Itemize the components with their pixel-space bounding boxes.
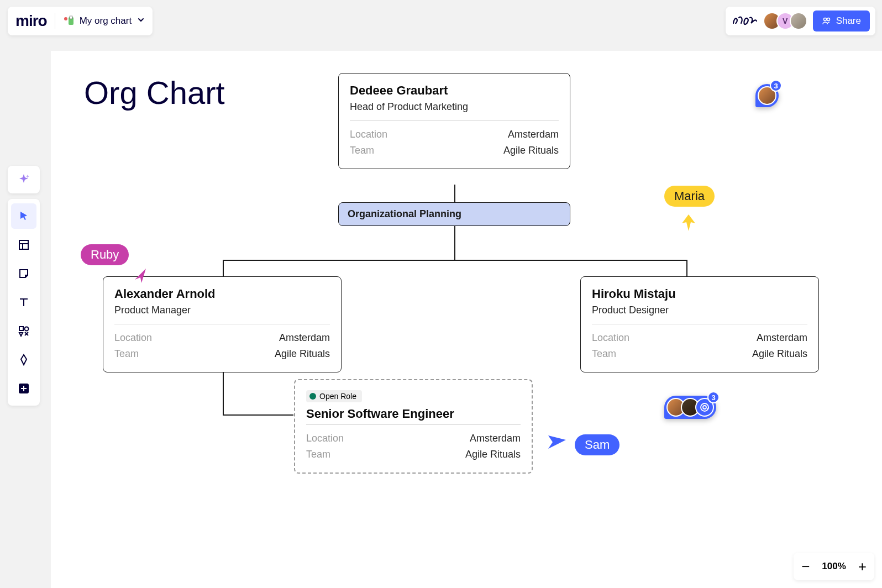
row-label: Location xyxy=(592,332,629,344)
row-label: Team xyxy=(592,348,616,360)
board-emoji-icon xyxy=(63,15,75,27)
pen-icon xyxy=(18,354,30,366)
cursor-arrow-icon xyxy=(681,213,696,232)
cursor-label-sam: Sam xyxy=(575,434,620,455)
card-row: Team Agile Rituals xyxy=(306,447,521,463)
row-value: Agile Rituals xyxy=(465,449,521,460)
svg-point-12 xyxy=(703,406,706,409)
card-divider xyxy=(306,424,521,425)
reactions-icon[interactable] xyxy=(731,13,758,29)
toolbox xyxy=(8,199,40,406)
connector xyxy=(223,371,224,414)
cursor-label-maria: Maria xyxy=(664,186,715,207)
card-role: Product Designer xyxy=(592,305,807,316)
topbar-left: miro My org chart xyxy=(8,7,153,35)
collaborator-avatars[interactable]: V xyxy=(763,12,807,30)
svg-rect-8 xyxy=(19,327,23,330)
connector xyxy=(454,185,455,202)
row-label: Location xyxy=(114,332,152,344)
org-card-open-role[interactable]: Open Role Senior Software Engineer Locat… xyxy=(294,379,533,474)
row-value: Amsterdam xyxy=(508,129,559,140)
cursor-arrow-icon xyxy=(133,267,148,284)
row-label: Team xyxy=(350,145,374,156)
svg-rect-2 xyxy=(70,16,72,19)
svg-point-11 xyxy=(701,403,708,411)
row-label: Team xyxy=(306,449,330,460)
row-value: Amsterdam xyxy=(757,332,807,344)
svg-point-3 xyxy=(823,18,826,21)
sticky-icon xyxy=(18,267,30,280)
row-label: Location xyxy=(306,433,344,444)
svg-point-4 xyxy=(827,18,830,21)
zoom-in-button[interactable]: + xyxy=(858,558,867,575)
page-title: Org Chart xyxy=(84,74,225,111)
text-icon xyxy=(18,296,30,308)
select-tool[interactable] xyxy=(11,203,36,229)
cursor-icon xyxy=(18,210,30,222)
org-card-top[interactable]: Dedeee Graubart Head of Product Marketin… xyxy=(338,73,570,169)
sparkle-icon xyxy=(17,173,30,186)
zoom-value[interactable]: 100% xyxy=(822,561,846,572)
card-name: Alexander Arnold xyxy=(114,287,330,301)
card-row: Location Amsterdam xyxy=(306,431,521,447)
topbar-right: V Share xyxy=(726,7,875,35)
card-row: Team Agile Rituals xyxy=(592,346,807,362)
row-label: Location xyxy=(350,129,387,140)
sticky-tool[interactable] xyxy=(11,261,36,286)
chevron-down-icon[interactable] xyxy=(137,16,145,26)
card-role: Product Manager xyxy=(114,305,330,316)
svg-point-0 xyxy=(64,17,67,20)
cursor-label-ruby: Ruby xyxy=(81,244,129,265)
ai-tool[interactable] xyxy=(8,166,40,193)
row-label: Team xyxy=(114,348,139,360)
plus-icon xyxy=(18,382,30,395)
status-dot-icon xyxy=(309,393,316,400)
card-row: Location Amsterdam xyxy=(350,127,559,143)
svg-point-9 xyxy=(25,327,29,331)
row-value: Agile Rituals xyxy=(503,145,559,156)
org-card-left[interactable]: Alexander Arnold Product Manager Locatio… xyxy=(103,276,342,372)
divider xyxy=(55,13,55,29)
connector xyxy=(223,414,293,416)
svg-rect-5 xyxy=(19,240,28,249)
card-divider xyxy=(592,324,807,324)
row-value: Agile Rituals xyxy=(752,348,807,360)
zoom-out-button[interactable]: − xyxy=(801,558,810,575)
templates-tool[interactable] xyxy=(11,232,36,258)
share-button[interactable]: Share xyxy=(813,11,870,32)
card-row: Team Agile Rituals xyxy=(114,346,330,362)
more-tool[interactable] xyxy=(11,376,36,401)
zoom-control: − 100% + xyxy=(794,553,874,580)
template-icon xyxy=(18,239,30,251)
shapes-icon xyxy=(18,325,30,337)
row-value: Amsterdam xyxy=(470,433,521,444)
share-label: Share xyxy=(836,15,861,27)
avatar[interactable] xyxy=(790,12,807,30)
row-value: Agile Rituals xyxy=(275,348,330,360)
card-row: Team Agile Rituals xyxy=(350,143,559,159)
open-role-badge: Open Role xyxy=(306,390,362,402)
connector xyxy=(686,260,687,276)
comment-count: 3 xyxy=(707,391,720,403)
text-tool[interactable] xyxy=(11,290,36,315)
card-row: Location Amsterdam xyxy=(114,330,330,346)
connector xyxy=(454,225,455,260)
org-card-right[interactable]: Hiroku Mistaju Product Designer Location… xyxy=(580,276,819,372)
card-row: Location Amsterdam xyxy=(592,330,807,346)
shapes-tool[interactable] xyxy=(11,318,36,344)
card-divider xyxy=(350,120,559,121)
card-name: Senior Software Engineer xyxy=(306,407,521,421)
board-name[interactable]: My org chart xyxy=(80,15,132,27)
card-name: Hiroku Mistaju xyxy=(592,287,807,301)
card-name: Dedeee Graubart xyxy=(350,83,559,98)
canvas[interactable]: Org Chart Dedeee Graubart Head of Produc… xyxy=(51,51,882,588)
connector xyxy=(223,260,686,261)
mid-label[interactable]: Organizational Planning xyxy=(338,202,570,226)
comment-bubble[interactable]: 3 xyxy=(664,396,716,419)
pen-tool[interactable] xyxy=(11,347,36,372)
comment-bubble[interactable]: 3 xyxy=(755,84,779,107)
miro-logo[interactable]: miro xyxy=(15,12,47,30)
people-icon xyxy=(822,16,832,26)
cursor-arrow-icon xyxy=(545,434,567,451)
connector xyxy=(223,260,224,276)
